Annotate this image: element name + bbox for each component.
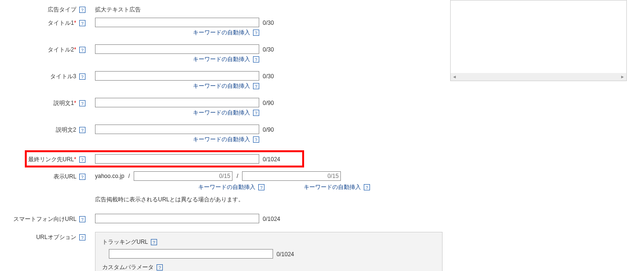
smartphone-url-label: スマートフォン向けURL xyxy=(13,216,76,222)
display-url-path1-input[interactable] xyxy=(134,171,232,181)
title3-label: タイトル3 xyxy=(50,73,76,80)
title1-input[interactable] xyxy=(95,18,259,27)
ad-type-value: 拡大テキスト広告 xyxy=(95,4,449,14)
required-mark: * xyxy=(74,156,76,163)
required-mark: * xyxy=(74,46,76,53)
smartphone-url-row: スマートフォン向けURL ? 0/1024 xyxy=(0,212,449,225)
final-url-highlight: 最終リンク先URL* ? 0/1024 xyxy=(25,150,304,167)
help-icon[interactable]: ? xyxy=(79,47,85,53)
help-icon[interactable]: ? xyxy=(79,127,85,133)
url-options-panel: トラッキングURL ? 0/1024 カスタムパラメータ ? xyxy=(95,232,443,271)
tracking-url-input[interactable] xyxy=(109,249,273,259)
help-icon[interactable]: ? xyxy=(253,136,259,143)
slash-separator: / xyxy=(128,173,130,179)
help-icon[interactable]: ? xyxy=(79,216,85,222)
desc2-input[interactable] xyxy=(95,125,259,134)
keyword-insert-link[interactable]: キーワードの自動挿入 xyxy=(304,184,361,190)
help-icon[interactable]: ? xyxy=(364,184,370,190)
keyword-insert-link[interactable]: キーワードの自動挿入 xyxy=(193,29,250,36)
ad-type-row: 広告タイプ ? 拡大テキスト広告 xyxy=(0,2,449,16)
title2-counter: 0/30 xyxy=(261,46,274,53)
display-url-path2-input[interactable] xyxy=(242,171,341,181)
final-url-label: 最終リンク先URL xyxy=(28,156,74,163)
url-options-label: URLオプション xyxy=(36,234,76,240)
desc2-row: 説明文2 ? 0/90 キーワードの自動挿入 ? xyxy=(0,123,449,149)
help-icon[interactable]: ? xyxy=(253,30,259,36)
ad-type-label: 広告タイプ ? xyxy=(0,4,88,14)
title1-counter: 0/30 xyxy=(261,20,274,26)
required-mark: * xyxy=(74,20,76,26)
display-url-domain: yahoo.co.jp xyxy=(95,173,124,179)
help-icon[interactable]: ? xyxy=(253,83,259,89)
tracking-url-counter: 0/1024 xyxy=(274,251,294,258)
display-url-note: 広告掲載時に表示されるURLとは異なる場合があります。 xyxy=(95,195,449,204)
display-url-label: 表示URL xyxy=(53,173,76,180)
help-icon[interactable]: ? xyxy=(79,234,85,240)
title3-row: タイトル3 ? 0/30 キーワードの自動挿入 ? xyxy=(0,69,449,96)
desc1-counter: 0/90 xyxy=(261,100,274,106)
title1-label: タイトル1 xyxy=(48,20,74,26)
help-icon[interactable]: ? xyxy=(79,100,85,106)
custom-param-label: カスタムパラメータ xyxy=(102,264,154,271)
scroll-left-icon[interactable]: ◄ xyxy=(451,73,458,81)
title3-counter: 0/30 xyxy=(261,73,274,80)
title1-row: タイトル1* ? 0/30 キーワードの自動挿入 ? xyxy=(0,16,449,42)
keyword-insert-link[interactable]: キーワードの自動挿入 xyxy=(193,56,250,63)
keyword-insert-link[interactable]: キーワードの自動挿入 xyxy=(193,83,250,89)
final-url-counter: 0/1024 xyxy=(261,156,280,163)
required-mark: * xyxy=(74,100,76,106)
help-icon[interactable]: ? xyxy=(157,264,163,271)
tracking-url-label: トラッキングURL xyxy=(102,239,148,245)
help-icon[interactable]: ? xyxy=(79,20,85,26)
help-icon[interactable]: ? xyxy=(79,174,85,180)
keyword-insert-link[interactable]: キーワードの自動挿入 xyxy=(198,184,255,190)
preview-scrollbar[interactable]: ◄ ► xyxy=(451,73,626,81)
help-icon[interactable]: ? xyxy=(253,56,259,63)
url-options-row: URLオプション ? トラッキングURL ? 0/1024 カスタムパラメータ … xyxy=(0,230,449,271)
slash-separator: / xyxy=(237,173,238,179)
help-icon[interactable]: ? xyxy=(151,239,157,245)
keyword-insert-link[interactable]: キーワードの自動挿入 xyxy=(193,109,250,116)
scroll-right-icon[interactable]: ► xyxy=(619,73,626,81)
title2-label: タイトル2 xyxy=(48,46,74,53)
title2-input[interactable] xyxy=(95,44,259,54)
smartphone-url-input[interactable] xyxy=(95,214,259,223)
smartphone-url-counter: 0/1024 xyxy=(261,216,280,222)
help-icon[interactable]: ? xyxy=(79,7,85,13)
help-icon[interactable]: ? xyxy=(79,156,85,163)
help-icon[interactable]: ? xyxy=(258,184,264,190)
final-url-input[interactable] xyxy=(95,154,259,164)
desc1-label: 説明文1 xyxy=(53,100,74,106)
title3-input[interactable] xyxy=(95,71,259,81)
help-icon[interactable]: ? xyxy=(79,73,85,80)
title2-row: タイトル2* ? 0/30 キーワードの自動挿入 ? xyxy=(0,42,449,69)
desc2-counter: 0/90 xyxy=(261,126,274,133)
desc2-label: 説明文2 xyxy=(56,126,76,133)
display-url-row: 表示URL ? yahoo.co.jp / / キーワードの自動挿入 ? キーワ… xyxy=(0,169,449,206)
desc1-input[interactable] xyxy=(95,98,259,107)
preview-panel: ◄ ► xyxy=(450,0,627,81)
keyword-insert-link[interactable]: キーワードの自動挿入 xyxy=(193,136,250,143)
help-icon[interactable]: ? xyxy=(253,110,259,116)
desc1-row: 説明文1* ? 0/90 キーワードの自動挿入 ? xyxy=(0,96,449,123)
